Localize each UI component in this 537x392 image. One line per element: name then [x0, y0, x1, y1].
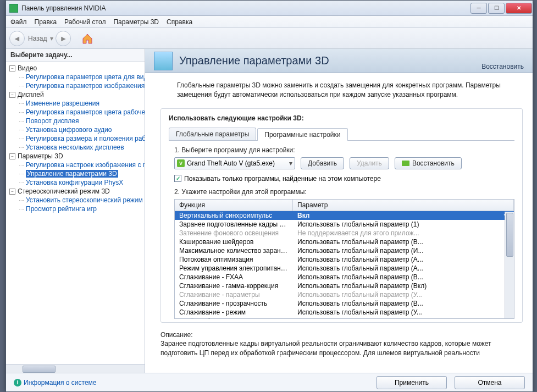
show-only-checkbox[interactable]: ✓: [174, 175, 181, 182]
tree-item[interactable]: Управление параметрами 3D: [18, 169, 143, 178]
tree-item[interactable]: Регулировка параметров цвета для видео: [18, 73, 143, 81]
back-label: Назад: [28, 35, 47, 42]
header-icon: [154, 52, 173, 70]
table-row[interactable]: Сглаживание - прозрачностьИспользовать г…: [175, 299, 514, 308]
maximize-button[interactable]: ☐: [488, 3, 505, 14]
tree-item[interactable]: Регулировка параметров цвета рабочего ст…: [18, 108, 143, 117]
table-row[interactable]: Затенение фонового освещенияНе поддержив…: [175, 229, 514, 238]
tree-item[interactable]: Изменение разрешения: [18, 99, 143, 108]
add-button[interactable]: Добавить: [301, 157, 344, 169]
tree-group-label[interactable]: Стереоскопический режим 3D: [18, 187, 110, 195]
tree-toggle[interactable]: −: [9, 153, 15, 159]
tree-group-label[interactable]: Параметры 3D: [18, 152, 63, 160]
main-panel: Управление параметрами 3D Восстановить Г…: [145, 49, 533, 373]
tree-item[interactable]: Установка цифрового аудио: [18, 125, 143, 134]
table-row[interactable]: Максимальное количество заранее под...Ис…: [175, 246, 514, 255]
chevron-down-icon: ▾: [289, 159, 292, 167]
restore-link[interactable]: Восстановить: [481, 63, 524, 73]
sidebar: Выберите задачу... −ВидеоРегулировка пар…: [6, 49, 145, 373]
sidebar-scrollbar[interactable]: [6, 364, 145, 373]
tree-item[interactable]: Установить стереоскопический режим 3D: [18, 196, 143, 205]
page-description: Глобальные параметры 3D можно заменить и…: [145, 73, 533, 105]
task-tree: −ВидеоРегулировка параметров цвета для в…: [6, 62, 145, 364]
sidebar-title: Выберите задачу...: [6, 49, 145, 62]
page-title: Управление параметрами 3D: [179, 54, 481, 67]
table-row[interactable]: Потоковая оптимизацияИспользовать глобал…: [175, 255, 514, 264]
menu-file[interactable]: Файл: [10, 18, 27, 26]
table-scrollbar[interactable]: [505, 212, 514, 318]
table-row[interactable]: Сглаживание - гамма-коррекцияИспользоват…: [175, 281, 514, 290]
back-dropdown-icon[interactable]: ▾: [50, 35, 53, 42]
table-row[interactable]: Сглаживание - параметрыИспользовать глоб…: [175, 290, 514, 299]
tree-group-label[interactable]: Видео: [18, 64, 37, 72]
col-function[interactable]: Функция: [175, 200, 293, 211]
tree-item[interactable]: Регулировка размера и положения рабочего…: [18, 134, 143, 143]
menu-3d[interactable]: Параметры 3D: [113, 18, 159, 26]
step2-label: 2. Укажите настройки для этой программы:: [174, 188, 514, 196]
tree-item[interactable]: Регулировка настроек изображения с просм…: [18, 161, 143, 169]
step1-label: 1. Выберите программу для настройки:: [174, 146, 514, 154]
tree-toggle[interactable]: −: [9, 189, 15, 195]
tree-item[interactable]: Регулировка параметров изображения: [18, 81, 143, 90]
info-icon: i: [14, 379, 21, 387]
menu-help[interactable]: Справка: [167, 18, 192, 26]
panel-title: Использовать следующие настройки 3D:: [169, 114, 514, 122]
table-row[interactable]: Сглаживание - режимИспользовать глобальн…: [175, 308, 514, 317]
tab-global[interactable]: Глобальные параметры: [169, 128, 256, 140]
tree-toggle[interactable]: −: [9, 92, 15, 98]
tree-item[interactable]: Поворот дисплея: [18, 117, 143, 125]
table-row[interactable]: Режим управления электропитаниемИспользо…: [175, 264, 514, 273]
menu-desktop[interactable]: Рабочий стол: [64, 18, 106, 26]
close-button[interactable]: ✕: [506, 3, 532, 14]
table-row[interactable]: Кэширование шейдеровИспользовать глобаль…: [175, 238, 514, 246]
home-button[interactable]: [80, 31, 95, 46]
description-block: Описание: Заранее подготовленные кадры в…: [160, 330, 524, 358]
system-info-link[interactable]: i Информация о системе: [14, 379, 96, 387]
remove-button[interactable]: Удалить: [350, 157, 389, 169]
nvidia-logo-icon: [402, 161, 409, 166]
settings-panel: Использовать следующие настройки 3D: Гло…: [160, 108, 523, 323]
cancel-button[interactable]: Отмена: [455, 376, 525, 389]
program-icon: V: [177, 159, 185, 167]
footer: i Информация о системе Применить Отмена: [6, 373, 533, 391]
menubar: Файл Правка Рабочий стол Параметры 3D Сп…: [6, 16, 533, 28]
table-row[interactable]: Заранее подготовленные кадры вирту...Исп…: [175, 220, 514, 229]
window-title: Панель управления NVIDIA: [21, 4, 470, 12]
description-text: Заранее подготовленные кадры виртуальной…: [160, 339, 524, 358]
tree-toggle[interactable]: −: [9, 65, 15, 71]
checkbox-label: Показывать только программы, найденные н…: [184, 175, 381, 183]
settings-table: Функция Параметр Вертикальный синхроимпу…: [174, 199, 514, 319]
tree-item[interactable]: Установка нескольких дисплеев: [18, 143, 143, 152]
program-dropdown[interactable]: V Grand Theft Auto V (gta5.exe) ▾: [174, 157, 295, 169]
tab-program[interactable]: Программные настройки: [257, 128, 347, 141]
program-name: Grand Theft Auto V (gta5.exe): [187, 159, 289, 167]
tabs: Глобальные параметры Программные настрой…: [169, 128, 514, 141]
minimize-button[interactable]: ─: [470, 3, 487, 14]
menu-edit[interactable]: Правка: [35, 18, 57, 26]
col-parameter[interactable]: Параметр: [293, 200, 514, 211]
home-icon: [81, 32, 93, 45]
apply-button[interactable]: Применить: [377, 376, 447, 389]
tree-group-label[interactable]: Дисплей: [18, 91, 44, 98]
restore-button[interactable]: Восстановить: [395, 157, 462, 169]
nvidia-icon: [9, 4, 18, 13]
titlebar[interactable]: Панель управления NVIDIA ─ ☐ ✕: [6, 1, 533, 16]
tree-item[interactable]: Установка конфигурации PhysX: [18, 178, 143, 187]
main-header: Управление параметрами 3D Восстановить: [145, 49, 533, 73]
back-button[interactable]: ◄: [9, 31, 25, 46]
table-row[interactable]: Вертикальный синхроимпульсВкл▾: [175, 211, 514, 220]
table-row[interactable]: Сглаживание - FXAAИспользовать глобальны…: [175, 273, 514, 281]
table-row[interactable]: Тройная буферизацияВкл: [175, 317, 514, 318]
description-title: Описание:: [160, 330, 524, 340]
toolbar: ◄ Назад ▾ ►: [6, 28, 533, 49]
tree-item[interactable]: Просмотр рейтинга игр: [18, 205, 143, 213]
app-window: Панель управления NVIDIA ─ ☐ ✕ Файл Прав…: [5, 0, 533, 392]
forward-button[interactable]: ►: [56, 31, 71, 46]
